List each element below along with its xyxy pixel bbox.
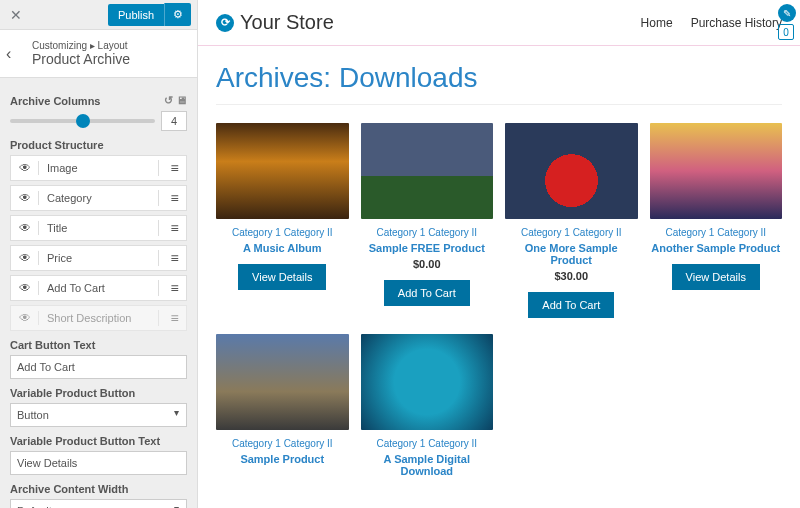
- back-icon[interactable]: ‹: [6, 45, 11, 63]
- section-title: Product Archive: [32, 51, 183, 67]
- drag-handle-icon[interactable]: ≡: [158, 250, 186, 266]
- drag-handle-icon[interactable]: ≡: [158, 160, 186, 176]
- product-categories[interactable]: Category 1 Category II: [216, 438, 349, 449]
- publish-button[interactable]: Publish: [108, 4, 164, 26]
- product-image[interactable]: [505, 123, 638, 219]
- product-image[interactable]: [361, 123, 494, 219]
- product-action-button[interactable]: Add To Cart: [384, 280, 470, 306]
- cart-button-text-input[interactable]: [10, 355, 187, 379]
- product-categories[interactable]: Category 1 Category II: [361, 438, 494, 449]
- store-title: Your Store: [240, 11, 334, 34]
- product-image[interactable]: [650, 123, 783, 219]
- slider-thumb[interactable]: [76, 114, 90, 128]
- archive-content-width-label: Archive Content Width: [10, 483, 187, 495]
- structure-item[interactable]: 👁Category≡: [10, 185, 187, 211]
- product-categories[interactable]: Category 1 Category II: [505, 227, 638, 238]
- label-text: Archive Columns: [10, 95, 100, 107]
- archive-content-width-select[interactable]: Default: [10, 499, 187, 508]
- product-image[interactable]: [216, 123, 349, 219]
- close-icon[interactable]: ✕: [6, 3, 26, 27]
- product-card: Category 1 Category IISample Product: [216, 334, 349, 477]
- breadcrumb: Customizing ▸ Layout: [32, 40, 183, 51]
- product-card: Category 1 Category IIOne More Sample Pr…: [505, 123, 638, 318]
- structure-item[interactable]: 👁Price≡: [10, 245, 187, 271]
- customizer-body: Archive Columns ↺ 🖥 4 Product Structure …: [0, 78, 197, 508]
- structure-label: Category: [39, 192, 158, 204]
- products-grid: Category 1 Category IIA Music AlbumView …: [198, 123, 800, 497]
- product-categories[interactable]: Category 1 Category II: [361, 227, 494, 238]
- product-structure-label: Product Structure: [10, 139, 187, 151]
- brand-logo-icon: ⟳: [216, 14, 234, 32]
- cart-button-text-label: Cart Button Text: [10, 339, 187, 351]
- preview-header: ⟳ Your Store Home Purchase History: [198, 0, 800, 46]
- eye-icon[interactable]: 👁: [11, 281, 39, 295]
- structure-label: Add To Cart: [39, 282, 158, 294]
- structure-label: Image: [39, 162, 158, 174]
- publish-wrap: Publish ⚙: [108, 3, 191, 26]
- structure-label: Title: [39, 222, 158, 234]
- archive-content-width-select-wrap: Default: [10, 499, 187, 508]
- structure-item[interactable]: 👁Title≡: [10, 215, 187, 241]
- drag-handle-icon[interactable]: ≡: [158, 280, 186, 296]
- variable-button-text-label: Variable Product Button Text: [10, 435, 187, 447]
- preview-nav: Home Purchase History: [641, 16, 782, 30]
- drag-handle-icon[interactable]: ≡: [158, 310, 186, 326]
- structure-item[interactable]: 👁Short Description≡: [10, 305, 187, 331]
- customizer-top-bar: ✕ Publish ⚙: [0, 0, 197, 30]
- product-image[interactable]: [361, 334, 494, 430]
- product-title[interactable]: Another Sample Product: [650, 242, 783, 254]
- edit-shortcut: ✎ 0: [778, 4, 796, 40]
- product-card: Category 1 Category IIA Music AlbumView …: [216, 123, 349, 318]
- store-brand: ⟳ Your Store: [216, 11, 334, 34]
- product-categories[interactable]: Category 1 Category II: [216, 227, 349, 238]
- eye-icon[interactable]: 👁: [11, 221, 39, 235]
- structure-item[interactable]: 👁Add To Cart≡: [10, 275, 187, 301]
- product-categories[interactable]: Category 1 Category II: [650, 227, 783, 238]
- archive-title: Archives: Downloads: [198, 46, 800, 104]
- pencil-icon[interactable]: ✎: [778, 4, 796, 22]
- responsive-icons[interactable]: ↺ 🖥: [164, 94, 187, 107]
- product-action-button[interactable]: View Details: [238, 264, 326, 290]
- variable-button-select-wrap: Button: [10, 403, 187, 427]
- preview-pane: ✎ 0 ⟳ Your Store Home Purchase History A…: [198, 0, 800, 508]
- product-card: Category 1 Category IISample FREE Produc…: [361, 123, 494, 318]
- gear-icon[interactable]: ⚙: [164, 3, 191, 26]
- drag-handle-icon[interactable]: ≡: [158, 220, 186, 236]
- product-title[interactable]: A Music Album: [216, 242, 349, 254]
- product-action-button[interactable]: View Details: [672, 264, 760, 290]
- product-structure-list: 👁Image≡👁Category≡👁Title≡👁Price≡👁Add To C…: [10, 155, 187, 331]
- eye-icon[interactable]: 👁: [11, 251, 39, 265]
- nav-purchase-history[interactable]: Purchase History: [691, 16, 782, 30]
- product-price: $30.00: [505, 270, 638, 282]
- eye-icon[interactable]: 👁: [11, 191, 39, 205]
- product-title[interactable]: One More Sample Product: [505, 242, 638, 266]
- structure-label: Short Description: [39, 312, 158, 324]
- variable-button-select[interactable]: Button: [10, 403, 187, 427]
- customizer-panel: ✕ Publish ⚙ ‹ Customizing ▸ Layout Produ…: [0, 0, 198, 508]
- product-card: Category 1 Category IIA Sample Digital D…: [361, 334, 494, 477]
- divider: [216, 104, 782, 105]
- drag-handle-icon[interactable]: ≡: [158, 190, 186, 206]
- archive-columns-label: Archive Columns ↺ 🖥: [10, 94, 187, 107]
- customizer-header: ‹ Customizing ▸ Layout Product Archive: [0, 30, 197, 78]
- eye-icon[interactable]: 👁: [11, 161, 39, 175]
- cart-count[interactable]: 0: [778, 24, 794, 40]
- product-price: $0.00: [361, 258, 494, 270]
- product-title[interactable]: Sample Product: [216, 453, 349, 465]
- product-title[interactable]: A Sample Digital Download: [361, 453, 494, 477]
- product-action-button[interactable]: Add To Cart: [528, 292, 614, 318]
- structure-label: Price: [39, 252, 158, 264]
- product-image[interactable]: [216, 334, 349, 430]
- product-title[interactable]: Sample FREE Product: [361, 242, 494, 254]
- structure-item[interactable]: 👁Image≡: [10, 155, 187, 181]
- archive-columns-slider: 4: [10, 111, 187, 131]
- slider-track[interactable]: [10, 119, 155, 123]
- nav-home[interactable]: Home: [641, 16, 673, 30]
- variable-button-text-input[interactable]: [10, 451, 187, 475]
- slider-value[interactable]: 4: [161, 111, 187, 131]
- product-card: Category 1 Category IIAnother Sample Pro…: [650, 123, 783, 318]
- variable-button-label: Variable Product Button: [10, 387, 187, 399]
- eye-icon[interactable]: 👁: [11, 311, 39, 325]
